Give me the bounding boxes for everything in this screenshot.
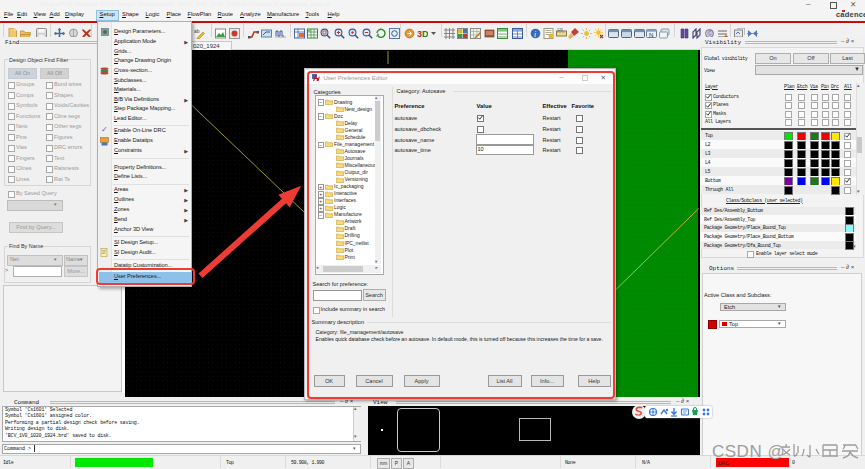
svg-text:N: N: [649, 32, 653, 38]
svg-text:123: 123: [557, 28, 563, 32]
svg-text:©: ©: [708, 30, 713, 37]
svg-text:D: D: [422, 29, 428, 39]
svg-text:i: i: [534, 30, 536, 39]
svg-text:ab: ab: [194, 28, 200, 34]
